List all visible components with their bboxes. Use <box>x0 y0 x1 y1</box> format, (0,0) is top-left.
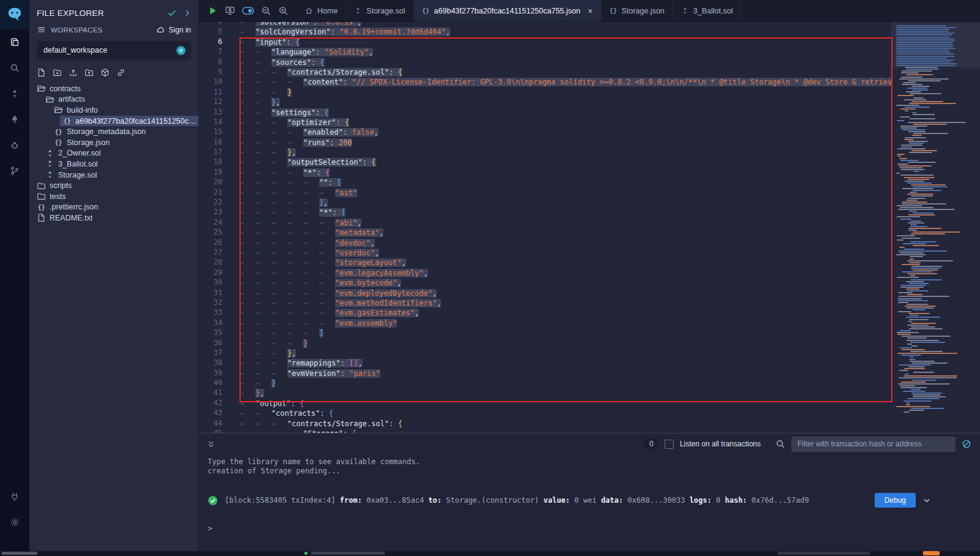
tree-item-storage-metadata-json[interactable]: {}Storage_metadata.json <box>51 126 198 137</box>
tree-item-artifacts[interactable]: artifacts <box>43 94 198 105</box>
sign-in-button[interactable]: Sign in <box>156 25 191 34</box>
indent-tab-marker: → <box>255 369 271 378</box>
indent-tab-marker: → <box>255 67 271 77</box>
tree-item-readme-txt[interactable]: README.txt <box>34 212 198 224</box>
remix-logo-icon[interactable] <box>0 0 29 29</box>
debug-button[interactable]: Debug <box>875 493 916 508</box>
tree-item-build-info[interactable]: build-info <box>51 105 198 116</box>
activity-git[interactable] <box>0 158 29 184</box>
line-number: 22 <box>199 198 230 208</box>
workspace-select[interactable]: default_workspace <box>37 41 191 59</box>
selection-highlight: "devdoc", <box>335 239 375 247</box>
new-folder-button[interactable] <box>53 68 62 77</box>
tree-item-label: Storage_metadata.json <box>67 127 146 136</box>
close-tab-icon[interactable]: × <box>587 7 592 15</box>
upload-folder-button[interactable] <box>85 68 94 77</box>
activity-settings[interactable] <box>0 509 29 535</box>
code-line: →→}, <box>230 97 891 107</box>
line-number-gutter: 4567891011121314151617181920212223242526… <box>199 22 230 433</box>
terminal-prompt[interactable]: > <box>208 524 971 533</box>
indent-tab-marker: → <box>319 218 335 228</box>
indent-tab-marker: → <box>239 408 255 418</box>
json-file-icon: {} <box>609 7 617 15</box>
folder-icon <box>37 192 46 201</box>
minimap[interactable] <box>891 22 980 433</box>
indent-tab-marker: → <box>239 308 255 318</box>
line-number: 25 <box>199 228 230 238</box>
activity-solidity-compiler[interactable] <box>0 81 29 107</box>
indent-tab-marker: → <box>255 419 271 429</box>
folder-open-icon <box>45 95 55 104</box>
indent-tab-marker: → <box>255 328 271 338</box>
code-line: →→→→→→"evm.deployedBytecode", <box>230 288 891 298</box>
publish-view-button[interactable] <box>225 6 235 16</box>
code-editor[interactable]: 4567891011121314151617181920212223242526… <box>199 22 980 433</box>
code-preview-toggle-button[interactable] <box>242 6 254 16</box>
activity-debugger[interactable] <box>0 132 29 158</box>
upload-file-button[interactable] <box>69 68 78 77</box>
line-number: 38 <box>199 358 230 368</box>
line-number: 7 <box>199 47 230 57</box>
tree-item-contracts[interactable]: contracts <box>34 83 198 94</box>
indent-tab-marker: → <box>287 168 303 178</box>
tx-field-label: data: <box>601 496 623 505</box>
activity-deploy-and-run[interactable] <box>0 107 29 132</box>
transaction-filter-input[interactable] <box>791 437 956 452</box>
expand-terminal-icon[interactable] <box>206 440 216 449</box>
code-content[interactable]: →"solcVersion": "0.8.19",→"solcLongVersi… <box>230 22 891 433</box>
indent-tab-marker: → <box>255 77 271 87</box>
tree-item-tests[interactable]: tests <box>34 191 198 202</box>
tree-item-scripts[interactable]: scripts <box>34 180 198 191</box>
run-script-button[interactable] <box>208 6 218 16</box>
code-line: →→→}, <box>230 348 891 358</box>
indent-tab-marker: → <box>255 358 271 368</box>
tab-a69b43f277ba20fcac141151250ca755-json[interactable]: {}a69b43f277ba20fcac141151250ca755.json× <box>414 0 601 21</box>
terminal-output[interactable]: Type the library name to see available c… <box>199 454 980 551</box>
new-file-button[interactable] <box>37 68 46 77</box>
collapse-panel-icon[interactable] <box>183 9 191 17</box>
code-line: →→"settings": { <box>230 108 891 118</box>
indent-tab-marker: → <box>239 188 255 198</box>
indent-tab-marker: → <box>271 429 287 433</box>
search-icon[interactable] <box>775 439 785 449</box>
indent-tab-marker: → <box>303 228 319 238</box>
tree-item-storage-sol[interactable]: Storage.sol <box>43 170 198 181</box>
listen-all-checkbox[interactable] <box>665 440 674 449</box>
selection-highlight: "sources": { <box>271 58 325 67</box>
indent-tab-marker: → <box>255 298 271 308</box>
indent-tab-marker: → <box>319 268 335 278</box>
selection-highlight: "language": "Solidity", <box>271 48 373 56</box>
indent-tab-marker: → <box>303 308 319 318</box>
indent-tab-marker: → <box>271 308 287 318</box>
tab-storage-json[interactable]: {}Storage.json <box>601 0 673 21</box>
expand-tx-icon[interactable] <box>922 496 931 505</box>
tree-item-3-ballot-sol[interactable]: 3_Ballot.sol <box>43 159 198 170</box>
zoom-out-button[interactable] <box>261 6 271 16</box>
link-workspace-button[interactable] <box>116 68 126 77</box>
activity-plugin-manager[interactable] <box>0 484 29 509</box>
indent-tab-marker: → <box>239 278 255 288</box>
indent-tab-marker: → <box>239 97 255 107</box>
publish-workspace-button[interactable] <box>100 68 110 77</box>
tree-item-storage-json[interactable]: {}Storage.json <box>51 137 198 148</box>
indent-tab-marker: → <box>239 248 255 258</box>
code-line: →→"sources": { <box>230 58 891 67</box>
indent-tab-marker: → <box>239 258 255 268</box>
selection-highlight: "evmVersion": "paris" <box>287 369 380 378</box>
workspaces-menu-icon[interactable] <box>37 25 46 34</box>
tree-item-prettierrc-json[interactable]: {}.prettierrc.json <box>34 202 198 213</box>
tx-field-label: logs: <box>690 496 712 505</box>
code-line: →→→"evmVersion": "paris" <box>230 369 891 378</box>
tab-storage-sol[interactable]: Storage.sol <box>346 0 413 21</box>
activity-file-explorer[interactable] <box>0 29 29 55</box>
transaction-log-row[interactable]: [block:5583405 txIndex:4] from: 0xa03...… <box>208 493 971 508</box>
tab-home[interactable]: Home <box>297 0 346 21</box>
clear-console-icon[interactable] <box>962 439 971 449</box>
tree-item-a69b43f277ba20fcac141151250ca7[interactable]: {}a69b43f277ba20fcac141151250ca7... <box>60 116 198 127</box>
indent-tab-marker: → <box>271 358 287 368</box>
tree-item-2-owner-sol[interactable]: 2_Owner.sol <box>43 148 198 159</box>
tab-3-ballot-sol[interactable]: 3_Ballot.sol <box>673 0 742 21</box>
indent-tab-marker: → <box>255 118 271 127</box>
zoom-in-button[interactable] <box>278 6 288 16</box>
activity-search[interactable] <box>0 55 29 81</box>
